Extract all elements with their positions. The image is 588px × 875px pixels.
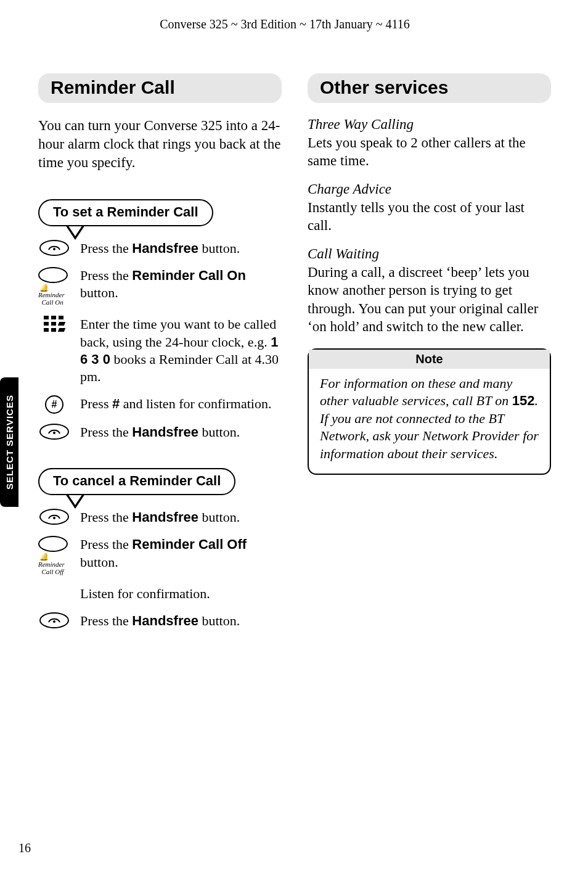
text: button.: [198, 613, 240, 628]
step-text: Press the Handsfree button.: [80, 612, 240, 630]
handsfree-button-icon: [38, 240, 70, 256]
icon-sub: Reminder: [38, 561, 65, 568]
step-cancel-3: Listen for confirmation.: [38, 585, 282, 602]
text: Press the: [80, 424, 132, 440]
text-bold: Handsfree: [132, 509, 198, 525]
handsfree-button-icon: [38, 424, 70, 440]
note-head: Note: [309, 350, 550, 369]
text: books a Reminder Call at 4.30 pm.: [80, 351, 279, 384]
running-head: Converse 325 ~ 3rd Edition ~ 17th Januar…: [18, 17, 551, 31]
reminder-off-button-icon: 🔔Reminder Call Off: [38, 536, 70, 575]
reminder-on-button-icon: 🔔Reminder Call On: [38, 267, 70, 306]
step-text: Press the Reminder Call Off button.: [80, 536, 282, 570]
handsfree-button-icon: [38, 612, 70, 628]
heading-other-services: Other services: [308, 73, 551, 103]
text-bold: Handsfree: [132, 613, 198, 628]
text: Press the: [80, 240, 132, 256]
service-charge-advice: Charge Advice Instantly tells you the co…: [308, 181, 551, 235]
column-left: Reminder Call You can turn your Converse…: [38, 73, 282, 657]
step-cancel-2: 🔔Reminder Call Off Press the Reminder Ca…: [38, 536, 282, 575]
svg-point-2: [53, 517, 55, 519]
steps-set: Press the Handsfree button. 🔔Reminder Ca…: [38, 240, 282, 442]
callout-set-reminder: To set a Reminder Call Press the Handsfr…: [38, 199, 282, 442]
text: Press the: [80, 613, 132, 628]
step-text: Press the Handsfree button.: [80, 424, 240, 441]
text: Press the: [80, 268, 132, 283]
text: button.: [80, 285, 118, 300]
svg-point-0: [53, 248, 55, 250]
text: Press the: [80, 509, 132, 525]
service-title: Call Waiting: [308, 246, 551, 262]
text: button.: [80, 554, 118, 570]
text: and listen for confirmation.: [120, 396, 271, 411]
icon-sub: Call Off: [42, 568, 64, 575]
service-title: Three Way Calling: [308, 117, 551, 133]
page: Converse 325 ~ 3rd Edition ~ 17th Januar…: [0, 0, 588, 875]
service-body: Instantly tells you the cost of your las…: [308, 199, 551, 235]
content-columns: Reminder Call You can turn your Converse…: [18, 73, 551, 657]
step-set-1: Press the Handsfree button.: [38, 240, 282, 257]
text: button.: [198, 424, 240, 440]
step-text: Press the Handsfree button.: [80, 240, 240, 257]
svg-point-1: [53, 432, 55, 434]
service-call-waiting: Call Waiting During a call, a discreet ‘…: [308, 246, 551, 336]
step-text: Listen for confirmation.: [80, 585, 210, 602]
text-bold: Reminder Call On: [132, 268, 246, 283]
icon-sub: Call On: [42, 298, 63, 306]
callout-cancel-reminder: To cancel a Reminder Call Press the Hand…: [38, 468, 282, 630]
steps-cancel: Press the Handsfree button. 🔔Reminder Ca…: [38, 509, 282, 630]
step-text: Enter the time you want to be called bac…: [80, 316, 282, 385]
callout-title-cancel: To cancel a Reminder Call: [38, 468, 235, 495]
callout-title-set: To set a Reminder Call: [38, 199, 213, 226]
handsfree-button-icon: [38, 509, 70, 525]
heading-reminder-call: Reminder Call: [38, 73, 282, 103]
step-set-4: # Press # and listen for confirmation.: [38, 395, 282, 414]
note-box: Note For information on these and many o…: [308, 348, 551, 475]
keypad-icon: [38, 316, 70, 332]
step-text: Press the Handsfree button.: [80, 509, 240, 526]
service-body: During a call, a discreet ‘beep’ lets yo…: [308, 263, 551, 336]
service-body: Lets you speak to 2 other callers at the…: [308, 134, 551, 170]
reminder-intro: You can turn your Converse 325 into a 24…: [38, 117, 282, 172]
service-three-way-calling: Three Way Calling Lets you speak to 2 ot…: [308, 117, 551, 170]
note-phone: 152: [512, 393, 535, 408]
step-cancel-4: Press the Handsfree button.: [38, 612, 282, 630]
text-bold: #: [112, 396, 120, 411]
side-tab-select-services: SELECT SERVICES: [0, 377, 18, 507]
note-body: For information on these and many other …: [320, 375, 539, 463]
step-text: Press the Reminder Call On button.: [80, 267, 282, 302]
text: button.: [198, 240, 240, 256]
page-number: 16: [18, 841, 31, 855]
text: Press: [80, 396, 112, 411]
service-title: Charge Advice: [308, 181, 551, 197]
hash-button-icon: #: [38, 395, 70, 414]
step-cancel-1: Press the Handsfree button.: [38, 509, 282, 526]
text-bold: Handsfree: [132, 240, 198, 256]
svg-point-3: [53, 620, 55, 623]
step-set-2: 🔔Reminder Call On Press the Reminder Cal…: [38, 267, 282, 306]
text: Enter the time you want to be called bac…: [80, 316, 276, 349]
text: Press the: [80, 536, 132, 552]
step-set-5: Press the Handsfree button.: [38, 424, 282, 441]
text-bold: Reminder Call Off: [132, 536, 247, 552]
column-right: Other services Three Way Calling Lets yo…: [308, 73, 551, 657]
icon-sub: Reminder: [38, 291, 65, 298]
text-bold: Handsfree: [132, 424, 198, 440]
text: button.: [198, 509, 240, 525]
note-text: For information on these and many other …: [320, 376, 512, 409]
step-text: Press # and listen for confirmation.: [80, 395, 271, 413]
step-set-3: Enter the time you want to be called bac…: [38, 316, 282, 385]
